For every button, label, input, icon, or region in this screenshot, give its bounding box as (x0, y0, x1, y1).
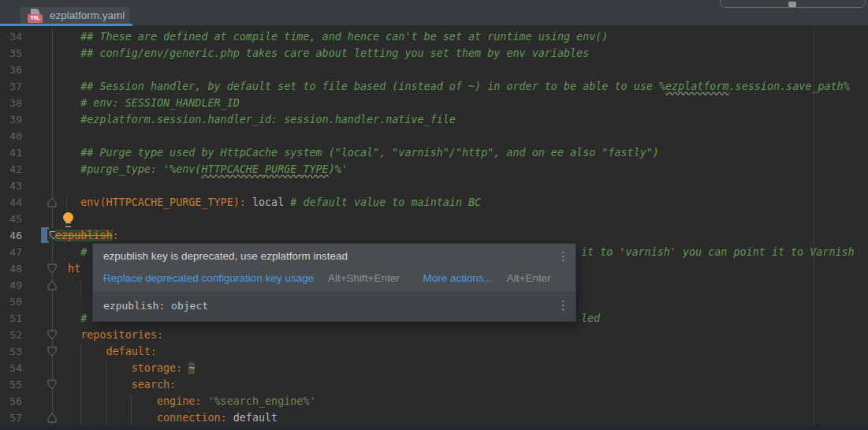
line-number: 50 (0, 294, 22, 310)
line-number: 52 (0, 327, 22, 343)
code-token: search: (55, 379, 176, 391)
line-number: 57 (0, 409, 22, 426)
code-line[interactable]: storage: ~ (55, 360, 195, 376)
inspection-menu-icon[interactable]: ⋮ (557, 249, 569, 264)
line-number: 44 (0, 194, 22, 211)
quick-fix-shortcut: Alt+Shift+Enter (328, 272, 400, 284)
code-token: env(HTTPCACHE_PURGE_TYPE): (55, 196, 246, 208)
code-token: ezplatform (665, 80, 729, 92)
code-line[interactable]: search: (55, 376, 176, 393)
code-token: storage: (55, 362, 188, 374)
line-number: 39 (0, 111, 22, 128)
code-line[interactable]: ## These are defined at compile time, an… (55, 28, 608, 45)
collapsed-search-box[interactable] (720, 0, 866, 8)
code-token: default (233, 412, 278, 424)
yml-badge: YML (28, 14, 43, 23)
line-number: 54 (0, 360, 22, 376)
code-token: it to 'varnish' you can point it to Varn… (581, 244, 855, 260)
code-line[interactable]: ezpublish: (55, 227, 119, 244)
code-line[interactable]: repositories: (55, 327, 163, 343)
line-number: 38 (0, 95, 22, 111)
line-number: 36 (0, 62, 22, 78)
inspection-popup: ezpublish key is deprecated, use ezplatf… (92, 243, 576, 322)
line-number: 56 (0, 393, 22, 409)
code-token: local (246, 196, 290, 208)
code-line[interactable]: engine: '%search_engine%' (55, 393, 316, 409)
line-number: 37 (0, 78, 22, 95)
code-token: ## Session handler, by default set to fi… (55, 80, 665, 92)
code-token: # env: SESSION_HANDLER_ID (55, 97, 240, 109)
line-number: 35 (0, 45, 22, 62)
line-number: 49 (0, 277, 22, 294)
inspection-message: ezpublish key is deprecated, use ezplatf… (103, 250, 348, 262)
doc-menu-icon[interactable]: ⋮ (557, 298, 569, 312)
yaml-file-icon: YML (28, 9, 43, 24)
code-line[interactable]: default: (55, 343, 157, 360)
more-actions-link[interactable]: More actions... (423, 272, 494, 284)
code-token: .session.save_path% (729, 80, 850, 92)
tab-bar: YML ezplatform.yaml × (0, 0, 868, 26)
bottom-edge (0, 425, 868, 430)
line-number: 42 (0, 161, 22, 178)
code-line[interactable]: ## Session handler, by default set to fi… (55, 78, 850, 95)
code-token: ## Purge type used by HttpCache system (… (55, 147, 659, 159)
code-token: led (581, 310, 600, 327)
code-token: repositories: (55, 329, 163, 341)
code-token: ~ (188, 362, 195, 374)
inspection-actions: Replace deprecated configuration key usa… (103, 272, 551, 284)
code-token: ## These are defined at compile time, an… (55, 31, 608, 43)
code-line[interactable]: #it to 'varnish' you can point it to Var… (55, 244, 87, 260)
code-line[interactable]: #purge_type: '%env(HTTPCACHE_PURGE_TYPE)… (55, 161, 348, 178)
line-number: 48 (0, 260, 22, 277)
code-line[interactable]: env(HTTPCACHE_PURGE_TYPE): local # defau… (55, 194, 481, 211)
tab-close-icon[interactable]: × (114, 10, 121, 22)
code-token: #purge_type: '%env( (55, 163, 201, 175)
code-token: : (113, 230, 119, 241)
code-token: ezpublish (55, 230, 113, 241)
line-number: 47 (0, 244, 22, 260)
intention-bulb-icon[interactable] (63, 212, 73, 222)
indent-guide (80, 281, 81, 296)
symbol-signature: ezpublish: object (103, 300, 208, 312)
inspection-popup-top: ezpublish key is deprecated, use ezplatf… (93, 244, 576, 292)
code-token: '%search_engine%' (207, 395, 315, 407)
code-token: HTTPCACHE_PURGE_TYPE (201, 163, 328, 175)
line-number: 43 (0, 178, 22, 194)
quick-fix-link[interactable]: Replace deprecated configuration key usa… (103, 272, 314, 284)
code-line[interactable]: ht (55, 260, 80, 277)
doc-section: ezpublish: object ⋮ (93, 293, 576, 321)
code-line[interactable]: ## config/env/generic.php takes care abo… (55, 45, 589, 62)
fold-connector-line (52, 28, 53, 425)
code-line[interactable]: ## Purge type used by HttpCache system (… (55, 144, 659, 161)
code-line[interactable]: #led (55, 310, 87, 327)
code-line[interactable]: # env: SESSION_HANDLER_ID (55, 95, 240, 111)
code-token: connection: (55, 412, 233, 424)
search-box-icon (788, 2, 796, 7)
line-number: 53 (0, 343, 22, 360)
line-number: 40 (0, 128, 22, 144)
line-number: 55 (0, 376, 22, 393)
more-actions-shortcut: Alt+Enter (507, 272, 551, 284)
line-number: 51 (0, 310, 22, 327)
code-token: ## config/env/generic.php takes care abo… (55, 47, 589, 59)
line-number: 41 (0, 144, 22, 161)
code-token: #ezplatform.session.handler_id: session.… (55, 114, 456, 125)
line-number: 46 (0, 227, 22, 244)
line-number: 45 (0, 211, 22, 227)
tab-title: ezplatform.yaml (50, 9, 125, 21)
fold-marker-up-icon[interactable] (47, 279, 57, 290)
active-tab-indicator (0, 24, 132, 26)
code-token: # (55, 312, 87, 324)
code-token: # (55, 246, 87, 258)
code-token: engine: (55, 395, 207, 407)
code-token: )%' (329, 163, 348, 175)
code-line[interactable]: connection: default (55, 409, 278, 426)
code-token: default: (55, 346, 157, 357)
line-number: 34 (0, 28, 22, 45)
code-token: # default value to maintain BC (290, 196, 481, 208)
code-line[interactable]: #ezplatform.session.handler_id: session.… (55, 111, 456, 128)
code-token: ht (55, 263, 80, 275)
